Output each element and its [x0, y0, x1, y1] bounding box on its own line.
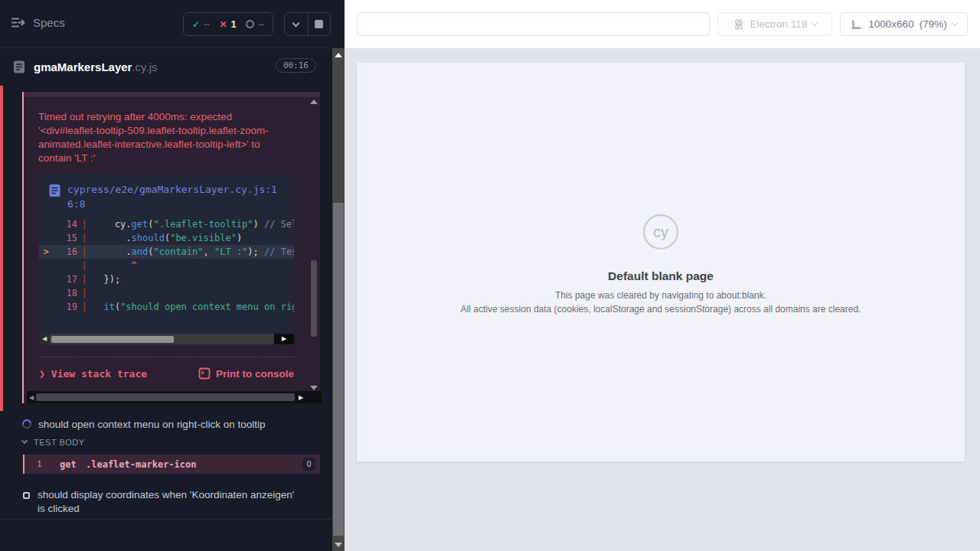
scroll-left-arrow-icon[interactable]: ◀	[39, 334, 50, 344]
error-footer-divider	[39, 357, 294, 357]
console-icon	[198, 367, 211, 380]
specs-list-icon	[11, 17, 26, 28]
spec-duration-badge: 00:16	[276, 58, 316, 73]
scroll-down-arrow-icon[interactable]	[335, 543, 342, 547]
pending-count: --	[258, 19, 264, 30]
stage-header: Electron 118 1000x660 (79%)	[345, 0, 980, 48]
code-hscroll-thumb[interactable]	[51, 336, 174, 343]
command-message: .leaflet-marker-icon	[86, 459, 197, 470]
scroll-up-arrow-icon[interactable]	[335, 53, 342, 57]
scroll-right-arrow-icon[interactable]: ▶	[274, 334, 294, 344]
viewport-scale: (79%)	[920, 18, 947, 30]
collapse-all-button[interactable]	[285, 13, 308, 35]
scroll-up-arrow-icon[interactable]	[310, 99, 318, 104]
chevron-down-icon	[292, 19, 300, 27]
code-line: 17| });	[39, 272, 294, 286]
passed-count: --	[204, 19, 210, 30]
file-icon	[48, 184, 61, 197]
spec-extension: .cy.js	[132, 60, 157, 73]
list-divider	[0, 519, 332, 520]
spec-name: gmaMarkersLayer.cy.js	[34, 60, 157, 73]
failed-test-block: Timed out retrying after 4000ms: expecte…	[0, 86, 332, 411]
url-input[interactable]	[357, 12, 710, 36]
error-panel-top-strip	[24, 92, 320, 97]
viewport-size: 1000x660	[868, 18, 913, 30]
code-line: 14| cy.get(".leaflet-tooltip") // Sele	[39, 217, 294, 231]
code-line: 19| it("should open context menu on righ	[39, 300, 294, 314]
error-hscroll-thumb[interactable]	[36, 393, 295, 401]
specs-label: Specs	[33, 16, 65, 29]
blank-page-description: This page was cleared by navigating to a…	[555, 290, 766, 301]
code-horizontal-scrollbar[interactable]: ◀ ▶	[39, 334, 294, 344]
stack-chevron-icon: ❯	[39, 368, 45, 380]
spec-file-icon	[12, 60, 26, 74]
error-footer: ❯ View stack trace Print to console	[39, 367, 294, 380]
failed-count: 1	[230, 18, 236, 30]
cypress-logo: cy	[643, 214, 678, 249]
error-message: Timed out retrying after 4000ms: expecte…	[38, 110, 292, 165]
code-line: 15| .should("be.visible")	[39, 231, 294, 245]
stat-passed: ✓ --	[192, 19, 210, 30]
error-vertical-scrollbar[interactable]	[310, 99, 318, 390]
scroll-down-arrow-icon[interactable]	[310, 386, 318, 390]
test-title: should display coordinates when 'Koordin…	[38, 488, 298, 516]
stop-run-button[interactable]	[308, 13, 331, 35]
spec-row: gmaMarkersLayer.cy.js 00:16	[0, 49, 332, 84]
ruler-icon	[851, 18, 863, 31]
reporter-panel: Specs ✓ -- ✕ 1 --	[0, 0, 345, 551]
chevron-down-icon	[812, 19, 818, 25]
app-stage: Electron 118 1000x660 (79%) cy Default b…	[345, 0, 980, 551]
command-number: 1	[37, 459, 60, 469]
view-stack-trace-label: View stack trace	[51, 368, 147, 380]
print-to-console-label: Print to console	[216, 368, 294, 380]
app-under-test-frame: cy Default blank page This page was clea…	[357, 63, 965, 461]
scroll-left-arrow-icon[interactable]: ◀	[27, 394, 36, 401]
reporter-vscroll-thumb[interactable]	[333, 203, 344, 536]
command-method: get	[60, 459, 86, 470]
code-line: | ^	[39, 259, 294, 272]
command-log-entry[interactable]: 1 get .leaflet-marker-icon 0	[23, 455, 320, 474]
stat-failed: ✕ 1	[219, 18, 236, 30]
stop-icon	[315, 20, 323, 28]
error-vscroll-thumb[interactable]	[311, 260, 317, 337]
cypress-test-runner: Specs ✓ -- ✕ 1 --	[0, 0, 980, 551]
code-line: >16| .and("contain", "LT :"); // Test	[39, 245, 294, 259]
scroll-right-arrow-icon[interactable]: ▶	[296, 394, 305, 401]
code-line: 18|	[39, 286, 294, 300]
reporter-header: Specs ✓ -- ✕ 1 --	[0, 0, 332, 48]
electron-icon	[733, 18, 745, 31]
test-body-label: TEST BODY	[34, 438, 85, 447]
test-stats: ✓ -- ✕ 1 --	[183, 12, 273, 36]
chevron-down-icon	[21, 438, 28, 444]
spec-basename: gmaMarkersLayer	[34, 60, 132, 73]
passed-check-icon: ✓	[192, 19, 200, 30]
test-title: should open context menu on right-click …	[38, 419, 265, 430]
error-file-link[interactable]: cypress/e2e/gmaMarkersLayer.cy.js:16:8	[39, 174, 294, 214]
code-frame: cypress/e2e/gmaMarkersLayer.cy.js:16:8 1…	[39, 174, 294, 344]
browser-label: Electron 118	[750, 18, 808, 30]
stat-pending: --	[246, 19, 264, 30]
blank-page-description: All active session data (cookies, localS…	[461, 304, 861, 315]
test-running-spinner-icon	[21, 418, 34, 431]
pending-ring-icon	[246, 20, 254, 28]
run-controls	[284, 12, 331, 36]
print-to-console-button[interactable]: Print to console	[198, 367, 294, 380]
error-file-link-text: cypress/e2e/gmaMarkersLayer.cy.js:16:8	[67, 182, 285, 211]
code-snippet: 14| cy.get(".leaflet-tooltip") // Sele15…	[39, 217, 294, 314]
blank-page-title: Default blank page	[608, 269, 714, 283]
test-queued-icon	[23, 492, 30, 499]
command-count-badge: 0	[302, 458, 315, 471]
chevron-down-icon	[951, 19, 957, 25]
test-body-toggle[interactable]: TEST BODY	[22, 438, 85, 447]
reporter-vertical-scrollbar[interactable]	[332, 48, 345, 551]
test-item-running[interactable]: should open context menu on right-click …	[0, 416, 332, 432]
viewport-info-button[interactable]: 1000x660 (79%)	[840, 12, 968, 36]
failed-x-icon: ✕	[219, 19, 227, 30]
error-horizontal-scrollbar[interactable]: ◀ ▶	[27, 391, 322, 403]
error-panel: Timed out retrying after 4000ms: expecte…	[22, 92, 320, 403]
specs-menu-button[interactable]: Specs	[11, 16, 65, 29]
view-stack-trace-button[interactable]: ❯ View stack trace	[39, 368, 147, 380]
browser-selector[interactable]: Electron 118	[717, 12, 832, 36]
test-item-queued[interactable]: should display coordinates when 'Koordin…	[0, 488, 332, 516]
